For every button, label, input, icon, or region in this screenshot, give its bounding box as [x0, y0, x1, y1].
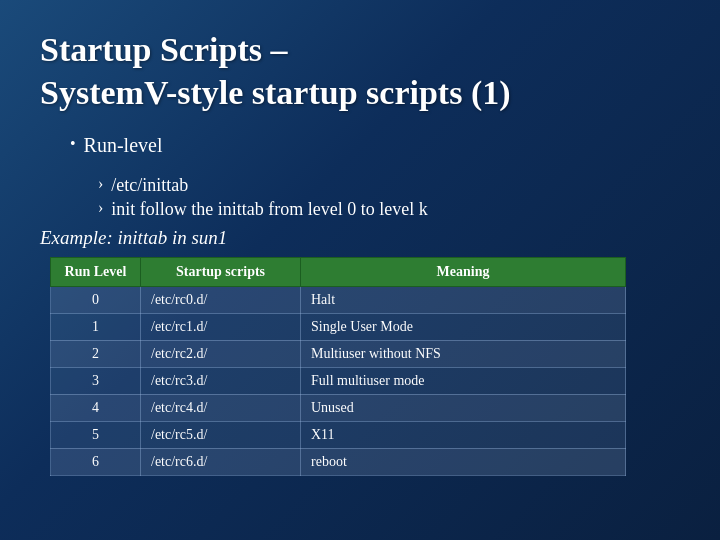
- sub-arrow-icon-1: ›: [98, 175, 103, 193]
- table-cell-r6-c1: /etc/rc6.d/: [141, 448, 301, 475]
- sub-bullet-init-follow: › init follow the inittab from level 0 t…: [98, 199, 680, 220]
- table-row: 6/etc/rc6.d/reboot: [51, 448, 626, 475]
- slide-title-line2: SystemV-style startup scripts (1): [40, 73, 680, 114]
- table-row: 4/etc/rc4.d/Unused: [51, 394, 626, 421]
- table-row: 1/etc/rc1.d/Single User Mode: [51, 313, 626, 340]
- table-cell-r2-c2: Multiuser without NFS: [301, 340, 626, 367]
- table-cell-r4-c2: Unused: [301, 394, 626, 421]
- table-cell-r5-c1: /etc/rc5.d/: [141, 421, 301, 448]
- sub-bullet-section: › /etc/inittab › init follow the inittab…: [98, 175, 680, 223]
- col-header-startup: Startup scripts: [141, 257, 301, 286]
- slide-container: Startup Scripts – SystemV-style startup …: [0, 0, 720, 540]
- table-cell-r3-c0: 3: [51, 367, 141, 394]
- table-cell-r2-c0: 2: [51, 340, 141, 367]
- table-cell-r6-c0: 6: [51, 448, 141, 475]
- sub-arrow-icon-2: ›: [98, 199, 103, 217]
- bullet-item-runlevel: • Run-level: [70, 134, 680, 157]
- table-cell-r0-c1: /etc/rc0.d/: [141, 286, 301, 313]
- table-cell-r1-c2: Single User Mode: [301, 313, 626, 340]
- table-cell-r5-c0: 5: [51, 421, 141, 448]
- sub-bullet-inittab: › /etc/inittab: [98, 175, 680, 196]
- col-header-meaning: Meaning: [301, 257, 626, 286]
- table-cell-r0-c2: Halt: [301, 286, 626, 313]
- table-cell-r3-c1: /etc/rc3.d/: [141, 367, 301, 394]
- table-cell-r4-c1: /etc/rc4.d/: [141, 394, 301, 421]
- table-body: 0/etc/rc0.d/Halt1/etc/rc1.d/Single User …: [51, 286, 626, 475]
- title-section: Startup Scripts – SystemV-style startup …: [40, 30, 680, 116]
- table-container: Run Level Startup scripts Meaning 0/etc/…: [50, 257, 626, 476]
- slide-title-line1: Startup Scripts –: [40, 30, 680, 71]
- bullet-dot-icon: •: [70, 135, 76, 153]
- table-cell-r5-c2: X11: [301, 421, 626, 448]
- sub-bullet-text-2: init follow the inittab from level 0 to …: [111, 199, 427, 220]
- table-cell-r0-c0: 0: [51, 286, 141, 313]
- table-row: 3/etc/rc3.d/Full multiuser mode: [51, 367, 626, 394]
- table-cell-r1-c0: 1: [51, 313, 141, 340]
- table-row: 0/etc/rc0.d/Halt: [51, 286, 626, 313]
- table-cell-r1-c1: /etc/rc1.d/: [141, 313, 301, 340]
- example-label: Example: inittab in sun1: [40, 227, 680, 249]
- table-header-row: Run Level Startup scripts Meaning: [51, 257, 626, 286]
- table-row: 5/etc/rc5.d/X11: [51, 421, 626, 448]
- runlevel-table: Run Level Startup scripts Meaning 0/etc/…: [50, 257, 626, 476]
- table-cell-r6-c2: reboot: [301, 448, 626, 475]
- bullet-runlevel-label: Run-level: [84, 134, 163, 157]
- bullet-section: • Run-level: [70, 134, 680, 161]
- table-cell-r4-c0: 4: [51, 394, 141, 421]
- table-row: 2/etc/rc2.d/Multiuser without NFS: [51, 340, 626, 367]
- table-cell-r2-c1: /etc/rc2.d/: [141, 340, 301, 367]
- col-header-runlevel: Run Level: [51, 257, 141, 286]
- sub-bullet-text-1: /etc/inittab: [111, 175, 188, 196]
- table-cell-r3-c2: Full multiuser mode: [301, 367, 626, 394]
